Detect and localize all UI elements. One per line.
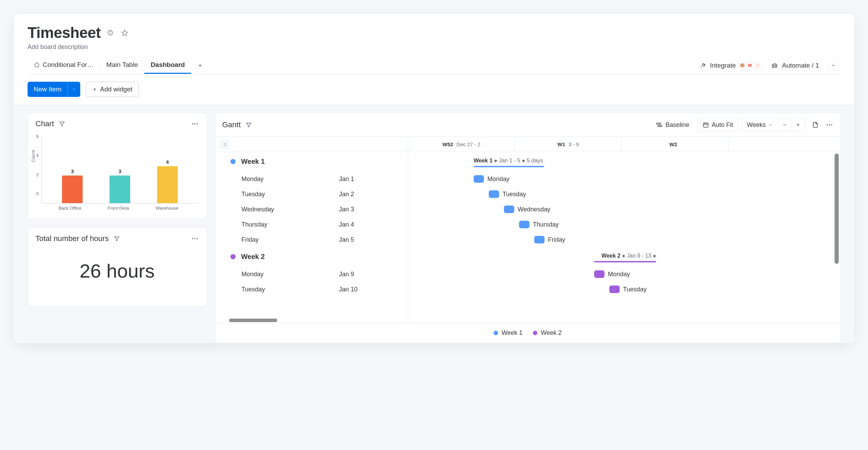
tab-label: Main Table [106,61,138,69]
bar-back-office[interactable]: 3 [59,168,86,203]
hours-value: 26 hours [28,249,206,306]
timeline-task-row: Thursday [408,217,840,232]
bar-value: 3 [118,168,121,174]
task-row[interactable]: ThursdayJan 4 [215,217,408,232]
timeline-task-row: Tuesday [408,282,840,297]
timeline-task-row: Wednesday [408,202,840,217]
more-icon[interactable] [191,120,199,128]
task-bar[interactable]: Monday [594,270,604,278]
task-date: Jan 5 [339,236,408,243]
tab-dashboard[interactable]: Dashboard [144,57,191,74]
task-row[interactable]: MondayJan 1 [215,171,408,187]
bar-warehouse[interactable]: 4 [154,159,181,203]
svg-rect-23 [704,123,709,127]
group-row[interactable]: Week 1 [215,152,408,171]
gantt-right-pane[interactable]: W52Dec 27 - 2W13 - 9W2 Week 1 ● Jan 1 - … [408,137,840,323]
task-name: Tuesday [241,286,339,293]
task-bar[interactable]: Tuesday [609,286,620,293]
gantt-widget: Gantt Baseline [215,113,840,343]
automate-label: Automate / 1 [782,62,819,69]
bar-value: 4 [166,159,169,165]
range-select[interactable]: Weeks [742,118,777,132]
task-row[interactable]: TuesdayJan 10 [215,282,408,297]
timeline-week[interactable]: W2 [622,137,728,152]
bar-front-desk[interactable]: 3 [106,168,134,203]
bar-chart: Count 6 4 2 0 334 [36,134,198,203]
task-bar[interactable]: Thursday [519,221,529,228]
legend-item[interactable]: Week 1 [494,329,523,337]
timeline-group-row: Week 1 ● Jan 1 - 5 ● 5 days [408,152,840,171]
filter-icon[interactable] [114,236,120,242]
task-bar[interactable]: Wednesday [504,206,514,213]
widget-title[interactable]: Gantt [222,120,241,129]
board-description[interactable]: Add board description [28,43,840,51]
task-name: Tuesday [241,191,339,198]
task-row[interactable]: WednesdayJan 3 [215,202,408,217]
gantt-body: Week 1MondayJan 1TuesdayJan 2WednesdayJa… [215,137,840,323]
autofit-button[interactable]: Auto Fit [698,118,738,132]
group-summary-bar[interactable]: Week 2 ● Jan 9 - 13 ● [594,253,656,261]
widget-header: Total number of hours [28,228,206,249]
vertical-scrollbar[interactable] [835,153,839,264]
legend-dot [533,331,537,335]
filter-icon[interactable] [59,121,65,127]
svg-point-15 [197,123,198,124]
zoom-group: Weeks [742,118,805,132]
timeline-header: W52Dec 27 - 2W13 - 9W2 [408,137,840,152]
left-column: Chart Count 6 4 [28,113,207,307]
svg-rect-22 [658,126,662,127]
svg-point-31 [829,124,830,126]
star-icon[interactable] [120,28,130,38]
week-label: W1 [557,141,565,147]
task-bar[interactable]: Friday [534,236,545,243]
filter-icon[interactable] [246,122,252,128]
integrate-button[interactable]: Integrate 🐵 M ⬡ [700,61,762,70]
week-label: W2 [669,141,677,147]
svg-point-8 [775,65,776,66]
collapse-header-button[interactable] [828,60,838,71]
more-icon[interactable] [826,121,833,129]
group-summary-bar[interactable]: Week 1 ● Jan 1 - 5 ● 5 days [474,158,544,166]
svg-rect-21 [657,123,661,124]
zoom-out-button[interactable] [777,118,791,132]
board-title[interactable]: Timesheet [28,24,101,41]
tab-conditional[interactable]: Conditional For… [28,57,100,74]
horizontal-scrollbar[interactable] [229,319,277,322]
timeline-task-row: Monday [408,267,840,282]
collapse-groups-button[interactable] [221,140,229,149]
widget-title[interactable]: Total number of hours [35,234,109,243]
legend-item[interactable]: Week 2 [533,329,562,337]
svg-point-13 [192,123,194,124]
task-bar[interactable]: Monday [474,175,484,183]
svg-marker-20 [246,123,251,127]
svg-point-32 [831,124,833,126]
task-row[interactable]: TuesdayJan 2 [215,187,408,202]
new-item-dropdown[interactable] [68,82,80,97]
gantt-tools: Baseline Auto Fit Weeks [651,118,833,132]
group-summary-text: Week 1 ● Jan 1 - 5 ● 5 days [474,158,543,164]
add-widget-label: Add widget [100,86,132,93]
task-row[interactable]: MondayJan 9 [215,267,408,282]
add-widget-button[interactable]: Add widget [86,82,139,97]
week-label: W52 [442,141,453,147]
add-tab-button[interactable] [195,60,206,71]
new-item-button[interactable]: New Item [28,82,80,97]
info-icon[interactable] [105,28,115,38]
timeline-week[interactable]: W13 - 9 [515,137,622,152]
export-button[interactable] [808,118,822,132]
task-bar[interactable]: Tuesday [489,190,499,198]
more-icon[interactable] [191,235,199,242]
automate-button[interactable]: Automate / 1 [771,62,819,69]
zoom-in-button[interactable] [791,118,805,132]
task-row[interactable]: FridayJan 5 [215,232,408,247]
timeline-week[interactable]: W52Dec 27 - 2 [408,137,515,152]
widget-title[interactable]: Chart [35,119,54,128]
tab-main-table[interactable]: Main Table [100,57,144,74]
tabs-bar: Conditional For… Main Table Dashboard In… [28,57,840,74]
chart-body: Count 6 4 2 0 334 Back OfficeFront DeskW… [28,134,206,219]
y-axis: Count 6 4 2 0 [36,134,41,203]
task-name: Wednesday [241,206,339,213]
title-row: Timesheet [28,24,840,41]
group-row[interactable]: Week 2 [215,247,408,267]
baseline-button[interactable]: Baseline [651,118,694,132]
